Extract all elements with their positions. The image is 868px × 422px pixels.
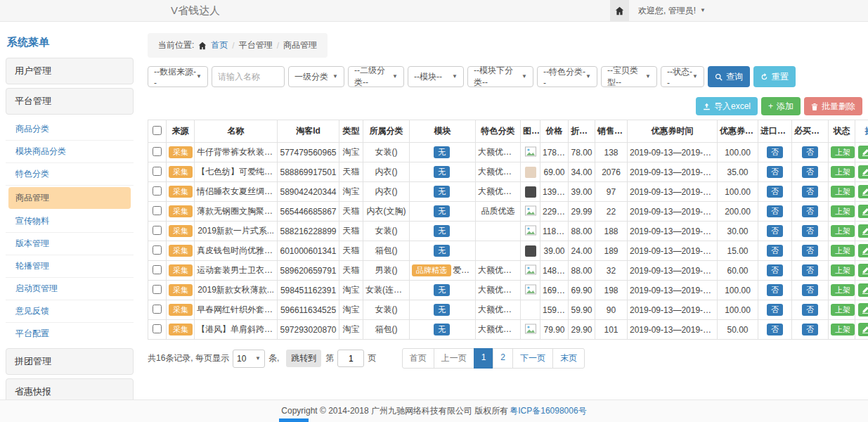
col-header-14: 必买清单 xyxy=(792,120,829,143)
imported-badge[interactable]: 否 xyxy=(767,225,783,238)
home-icon xyxy=(615,6,624,15)
status-badge[interactable]: 上架 xyxy=(831,186,855,198)
pager-button[interactable]: 1 xyxy=(474,348,494,369)
edit-button[interactable] xyxy=(858,165,868,179)
home-button[interactable] xyxy=(610,0,629,21)
status-badge[interactable]: 上架 xyxy=(831,225,855,238)
status-badge[interactable]: 上架 xyxy=(831,166,855,179)
imported-badge[interactable]: 否 xyxy=(767,205,783,218)
add-button[interactable]: + 添加 xyxy=(761,97,801,115)
sidebar-submenu-item[interactable]: 启动页管理 xyxy=(6,278,134,300)
imported-badge[interactable]: 否 xyxy=(767,324,783,336)
type-cell: 淘宝 xyxy=(339,143,363,162)
icp-link[interactable]: 粤ICP备16098006号 xyxy=(510,405,586,417)
edit-button[interactable] xyxy=(858,244,868,257)
status-badge[interactable]: 上架 xyxy=(831,324,855,336)
must-buy-badge[interactable]: 否 xyxy=(802,186,818,198)
must-buy-badge[interactable]: 否 xyxy=(802,245,818,257)
row-checkbox[interactable] xyxy=(153,305,162,314)
imported-badge[interactable]: 否 xyxy=(767,284,783,297)
row-checkbox[interactable] xyxy=(153,167,162,176)
row-checkbox[interactable] xyxy=(153,186,162,196)
edit-button[interactable] xyxy=(858,205,868,218)
breadcrumb-home-link[interactable]: 首页 xyxy=(211,39,228,51)
horizontal-scrollbar-thumb[interactable] xyxy=(279,418,309,422)
select-all-checkbox[interactable] xyxy=(153,126,162,135)
item-type-select[interactable]: --宝贝类型-- ▼ xyxy=(601,66,657,87)
status-badge[interactable]: 上架 xyxy=(831,245,855,257)
edit-button[interactable] xyxy=(858,224,868,238)
icon-cell xyxy=(521,143,540,162)
pager-button[interactable]: 上一页 xyxy=(434,348,474,369)
edit-icon xyxy=(862,148,868,156)
jump-page-input[interactable] xyxy=(337,350,364,367)
category1-select[interactable]: 一级分类 ▼ xyxy=(288,66,344,87)
imported-badge[interactable]: 否 xyxy=(767,245,783,257)
row-checkbox[interactable] xyxy=(153,324,162,333)
sidebar-submenu-item[interactable]: 版本管理 xyxy=(6,233,134,255)
sidebar-submenu-item[interactable]: 意见反馈 xyxy=(6,300,134,323)
sidebar-group[interactable]: 省惠快报 xyxy=(6,378,134,399)
imported-badge[interactable]: 否 xyxy=(767,186,783,198)
must-buy-badge[interactable]: 否 xyxy=(802,166,818,179)
edit-button[interactable] xyxy=(858,264,868,277)
sidebar-group[interactable]: 拼团管理 xyxy=(6,348,134,375)
row-checkbox[interactable] xyxy=(153,245,162,255)
sidebar-submenu-item[interactable]: 商品分类 xyxy=(6,118,134,141)
sidebar-group[interactable]: 平台管理 xyxy=(6,88,134,115)
taoke-id-cell: 597293020870 xyxy=(278,320,339,340)
row-checkbox[interactable] xyxy=(153,226,162,235)
reset-button[interactable]: 重置 xyxy=(753,66,796,87)
edit-button[interactable] xyxy=(858,283,868,297)
row-checkbox[interactable] xyxy=(153,285,162,294)
module-sub-select[interactable]: --模块下分类-- ▼ xyxy=(467,66,533,87)
imported-badge[interactable]: 否 xyxy=(767,146,783,159)
row-checkbox[interactable] xyxy=(153,206,162,215)
batch-delete-button[interactable]: 批量删除 xyxy=(804,97,862,115)
import-excel-button[interactable]: 导入excel xyxy=(696,97,758,115)
status-badge[interactable]: 上架 xyxy=(831,146,855,159)
edit-button[interactable] xyxy=(858,323,868,336)
status-badge[interactable]: 上架 xyxy=(831,205,855,218)
sidebar-submenu-item[interactable]: 商品管理 xyxy=(8,187,131,209)
must-buy-badge[interactable]: 否 xyxy=(802,284,818,297)
data-source-select[interactable]: --数据来源-- ▼ xyxy=(148,66,208,87)
sidebar-submenu-item[interactable]: 宣传物料 xyxy=(6,210,134,233)
status-select[interactable]: --状态-- ▼ xyxy=(661,66,704,87)
must-buy-badge[interactable]: 否 xyxy=(802,225,818,238)
status-badge[interactable]: 上架 xyxy=(831,304,855,316)
imported-badge[interactable]: 否 xyxy=(767,304,783,316)
must-buy-badge[interactable]: 否 xyxy=(802,324,818,336)
feature-cell: 大额优惠券 xyxy=(476,261,521,281)
status-badge[interactable]: 上架 xyxy=(831,264,855,277)
user-menu[interactable]: 欢迎您, 管理员! ▼ xyxy=(638,5,706,17)
pager-button[interactable]: 末页 xyxy=(552,348,585,369)
sidebar-submenu-item[interactable]: 模块商品分类 xyxy=(6,141,134,163)
edit-button[interactable] xyxy=(858,303,868,316)
name-search-input[interactable] xyxy=(212,66,285,87)
query-button[interactable]: 查询 xyxy=(708,66,750,87)
pager-button[interactable]: 下一页 xyxy=(512,348,553,369)
imported-badge[interactable]: 否 xyxy=(767,166,783,179)
sidebar-submenu-item[interactable]: 轮播管理 xyxy=(6,255,134,278)
must-buy-badge[interactable]: 否 xyxy=(802,146,818,159)
row-checkbox[interactable] xyxy=(153,265,162,274)
status-badge[interactable]: 上架 xyxy=(831,284,855,297)
jump-button[interactable]: 跳转到 xyxy=(286,350,321,367)
sidebar-submenu-item[interactable]: 平台配置 xyxy=(6,323,134,345)
edit-button[interactable] xyxy=(858,185,868,198)
must-buy-badge[interactable]: 否 xyxy=(802,304,818,316)
sidebar-submenu-item[interactable]: 特色分类 xyxy=(6,163,134,186)
pager-button[interactable]: 首页 xyxy=(402,348,434,369)
sidebar-group[interactable]: 用户管理 xyxy=(6,58,134,84)
must-buy-badge[interactable]: 否 xyxy=(802,205,818,218)
feature-select[interactable]: --特色分类-- ▼ xyxy=(537,66,597,87)
category2-select[interactable]: --二级分类-- ▼ xyxy=(348,66,404,87)
module-select[interactable]: --模块-- ▼ xyxy=(408,66,464,87)
must-buy-badge[interactable]: 否 xyxy=(802,264,818,277)
per-page-select[interactable]: 10 ▼ xyxy=(233,350,265,368)
row-checkbox[interactable] xyxy=(153,147,162,156)
edit-button[interactable] xyxy=(858,146,868,159)
pager-button[interactable]: 2 xyxy=(493,348,513,369)
imported-badge[interactable]: 否 xyxy=(767,264,783,277)
